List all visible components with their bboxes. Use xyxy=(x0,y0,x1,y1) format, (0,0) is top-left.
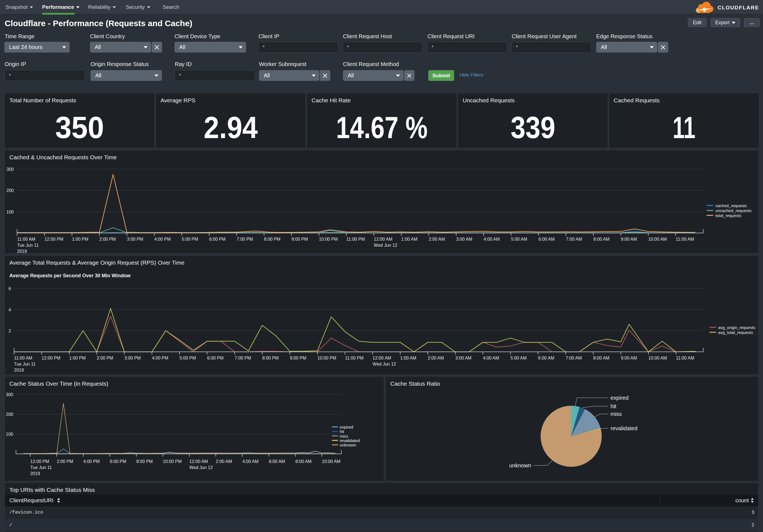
svg-text:10:00 AM: 10:00 AM xyxy=(322,459,341,464)
svg-text:9:00 AM: 9:00 AM xyxy=(621,356,637,360)
svg-text:4:00 PM: 4:00 PM xyxy=(83,459,100,464)
svg-text:revalidated: revalidated xyxy=(340,438,360,443)
svg-text:7:00 AM: 7:00 AM xyxy=(566,356,582,360)
svg-text:11:00 PM: 11:00 PM xyxy=(346,237,365,241)
svg-text:Wed Jun 12: Wed Jun 12 xyxy=(373,362,396,366)
svg-text:5:00 PM: 5:00 PM xyxy=(182,237,198,241)
svg-text:8:00 PM: 8:00 PM xyxy=(136,459,153,464)
svg-text:4:00 AM: 4:00 AM xyxy=(484,237,500,241)
svg-text:2:00 PM: 2:00 PM xyxy=(99,237,116,241)
svg-text:100: 100 xyxy=(6,210,14,214)
svg-text:10:00 PM: 10:00 PM xyxy=(319,237,338,241)
svg-text:3:00 AM: 3:00 AM xyxy=(455,356,472,360)
svg-text:8:00 PM: 8:00 PM xyxy=(262,356,279,360)
svg-text:2019: 2019 xyxy=(14,368,24,373)
svg-text:2:00 AM: 2:00 AM xyxy=(216,459,232,464)
svg-text:5:00 PM: 5:00 PM xyxy=(179,356,196,360)
svg-text:8:00 AM: 8:00 AM xyxy=(593,356,609,360)
svg-text:10:00 PM: 10:00 PM xyxy=(317,356,336,360)
svg-text:8:00 AM: 8:00 AM xyxy=(594,237,610,241)
svg-text:12:00 PM: 12:00 PM xyxy=(30,459,49,464)
svg-text:2:00 PM: 2:00 PM xyxy=(57,459,73,464)
svg-text:12:00 PM: 12:00 PM xyxy=(42,356,60,360)
svg-text:3:00 AM: 3:00 AM xyxy=(456,237,472,241)
svg-text:6:00 AM: 6:00 AM xyxy=(538,356,554,360)
svg-text:uncached_requests: uncached_requests xyxy=(715,208,751,213)
svg-text:1:00 AM: 1:00 AM xyxy=(400,356,416,360)
svg-text:4:00 AM: 4:00 AM xyxy=(242,459,259,464)
svg-text:4:00 PM: 4:00 PM xyxy=(155,237,171,241)
svg-text:9:00 PM: 9:00 PM xyxy=(290,356,306,360)
svg-text:1:00 AM: 1:00 AM xyxy=(401,237,418,241)
svg-text:Tue Jun 11: Tue Jun 11 xyxy=(17,243,39,248)
svg-text:2: 2 xyxy=(9,329,11,333)
svg-text:8:00 PM: 8:00 PM xyxy=(264,237,280,241)
svg-text:100: 100 xyxy=(6,432,13,437)
svg-text:expired: expired xyxy=(610,395,629,401)
svg-text:6:00 PM: 6:00 PM xyxy=(110,459,126,464)
svg-text:7:00 PM: 7:00 PM xyxy=(235,356,251,360)
svg-text:unknown: unknown xyxy=(509,462,531,469)
svg-text:11:00 AM: 11:00 AM xyxy=(676,237,694,241)
svg-text:6: 6 xyxy=(9,286,11,291)
svg-text:12:00 PM: 12:00 PM xyxy=(45,237,63,241)
svg-text:2019: 2019 xyxy=(30,471,40,476)
svg-text:7:00 PM: 7:00 PM xyxy=(237,237,253,241)
svg-text:7:00 AM: 7:00 AM xyxy=(566,237,582,241)
svg-text:2:00 AM: 2:00 AM xyxy=(429,237,445,241)
svg-text:5:00 AM: 5:00 AM xyxy=(511,237,527,241)
svg-text:4: 4 xyxy=(9,308,11,312)
svg-text:cached_requests: cached_requests xyxy=(715,203,747,208)
svg-text:12:00 AM: 12:00 AM xyxy=(374,237,392,241)
svg-text:11:00 PM: 11:00 PM xyxy=(345,356,363,360)
svg-text:6:00 AM: 6:00 AM xyxy=(538,237,555,241)
svg-text:expired: expired xyxy=(340,425,353,429)
svg-text:avg_total_requests: avg_total_requests xyxy=(718,330,753,335)
svg-text:5:00 AM: 5:00 AM xyxy=(510,356,527,360)
svg-text:total_requests: total_requests xyxy=(715,213,741,218)
svg-text:9:00 PM: 9:00 PM xyxy=(291,237,308,241)
svg-text:6:00 AM: 6:00 AM xyxy=(269,459,285,464)
svg-text:12:00 AM: 12:00 AM xyxy=(373,356,391,360)
svg-text:unknown: unknown xyxy=(340,443,356,447)
svg-text:hit: hit xyxy=(340,429,344,434)
svg-text:2:00 AM: 2:00 AM xyxy=(428,356,444,360)
svg-text:8:00 AM: 8:00 AM xyxy=(295,459,312,464)
svg-text:Tue Jun 11: Tue Jun 11 xyxy=(14,362,36,366)
svg-text:revalidated: revalidated xyxy=(610,425,637,431)
svg-text:10:00 PM: 10:00 PM xyxy=(163,459,182,464)
svg-text:6:00 PM: 6:00 PM xyxy=(207,356,224,360)
svg-text:200: 200 xyxy=(6,188,14,193)
svg-text:4:00 AM: 4:00 AM xyxy=(483,356,499,360)
svg-text:200: 200 xyxy=(6,412,13,417)
svg-text:1:00 PM: 1:00 PM xyxy=(72,237,88,241)
svg-text:4:00 PM: 4:00 PM xyxy=(152,356,168,360)
svg-text:avg_origin_requests: avg_origin_requests xyxy=(718,325,755,330)
svg-text:Wed Jun 12: Wed Jun 12 xyxy=(374,243,397,248)
svg-text:11:00 AM: 11:00 AM xyxy=(14,356,32,360)
svg-text:6:00 PM: 6:00 PM xyxy=(209,237,226,241)
svg-text:10:00 AM: 10:00 AM xyxy=(648,356,667,360)
svg-text:hit: hit xyxy=(610,403,616,409)
svg-text:300: 300 xyxy=(6,392,13,397)
svg-text:2:00 PM: 2:00 PM xyxy=(97,356,113,360)
svg-text:12:00 AM: 12:00 AM xyxy=(189,459,208,464)
svg-text:miss: miss xyxy=(610,411,622,417)
svg-text:11:00 AM: 11:00 AM xyxy=(17,237,35,241)
svg-text:Tue Jun 11: Tue Jun 11 xyxy=(30,465,52,470)
svg-text:miss: miss xyxy=(340,434,348,438)
svg-text:300: 300 xyxy=(6,167,14,172)
svg-text:10:00 AM: 10:00 AM xyxy=(648,237,667,241)
svg-text:3:00 PM: 3:00 PM xyxy=(124,356,141,360)
svg-text:9:00 AM: 9:00 AM xyxy=(621,237,637,241)
svg-text:1:00 PM: 1:00 PM xyxy=(69,356,86,360)
svg-text:2019: 2019 xyxy=(17,249,27,253)
svg-text:3:00 PM: 3:00 PM xyxy=(127,237,144,241)
svg-text:11:00 AM: 11:00 AM xyxy=(676,356,694,360)
svg-text:Wed Jun 12: Wed Jun 12 xyxy=(189,465,213,470)
